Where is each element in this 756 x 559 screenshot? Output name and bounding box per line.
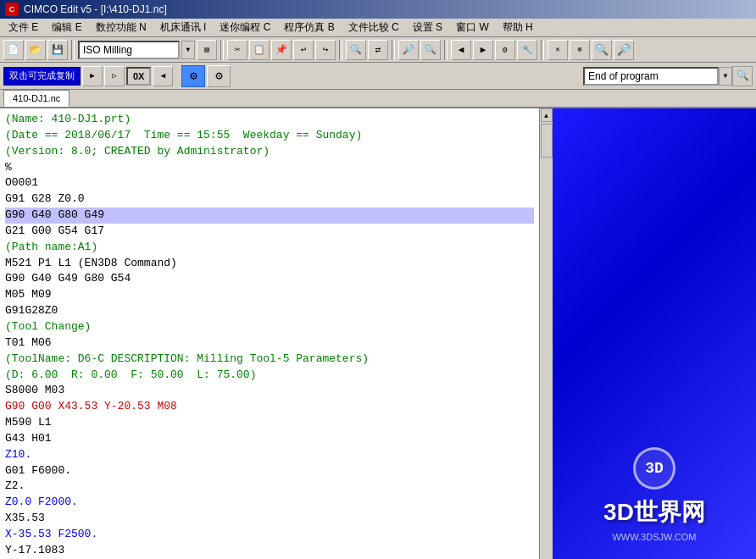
- tb-zoom2[interactable]: 🔎: [614, 40, 634, 60]
- tb-extra5[interactable]: ⊗: [570, 40, 590, 60]
- zoom-out-button[interactable]: 🔍: [420, 40, 441, 60]
- menu-edit[interactable]: 编辑 E: [45, 19, 88, 36]
- new-button[interactable]: 📄: [3, 40, 24, 60]
- watermark: 3D世界网 WWW.3DSJW.COM: [603, 496, 705, 542]
- code-line: (Name: 410-DJ1.prt): [5, 112, 534, 128]
- menu-help[interactable]: 帮助 H: [496, 19, 540, 36]
- code-line: G21 G00 G54 G17: [5, 224, 534, 240]
- separator2: [220, 40, 224, 60]
- cut-button[interactable]: ✂: [227, 40, 247, 60]
- code-line: (D: 6.00 R: 0.00 F: 50.00 L: 75.00): [5, 368, 534, 384]
- watermark-small: WWW.3DSJW.COM: [603, 532, 705, 542]
- app-icon: C: [5, 3, 19, 16]
- code-line: G01 F6000.: [5, 463, 534, 479]
- code-line: S8000 M03: [5, 383, 534, 399]
- separator4: [392, 40, 395, 60]
- separator5: [444, 40, 447, 60]
- watermark-big: 3D世界网: [603, 496, 705, 529]
- main-area: (Name: 410-DJ1.prt)(Date == 2018/06/17 T…: [0, 108, 756, 559]
- menu-sim[interactable]: 程序仿真 B: [277, 19, 341, 36]
- code-line: Z10.: [5, 447, 534, 463]
- code-line: M521 P1 L1 (EN3D8 Command): [5, 256, 534, 272]
- save-button[interactable]: 💾: [47, 40, 68, 60]
- code-line: Z2.: [5, 479, 534, 495]
- separator1: [71, 40, 75, 60]
- window-title: CIMCO Edit v5 - [I:\410-DJ1.nc]: [24, 3, 167, 15]
- tb-extra3[interactable]: 🔧: [517, 40, 537, 60]
- separator6: [541, 40, 544, 60]
- tb-extra4[interactable]: ✕: [548, 40, 568, 60]
- tb-extra2[interactable]: ⚙: [495, 40, 515, 60]
- menu-nc[interactable]: 数控功能 N: [89, 19, 153, 36]
- end-program-dropdown[interactable]: End of program: [583, 67, 719, 86]
- code-line: X35.53: [5, 511, 534, 527]
- tb2-btn3[interactable]: ◀: [153, 66, 173, 86]
- code-line: %: [5, 160, 534, 176]
- code-line: G91 G28 Z0.0: [5, 191, 534, 208]
- iso-milling-dropdown[interactable]: ISO Milling: [78, 41, 180, 59]
- open-button[interactable]: 📂: [25, 40, 46, 60]
- code-line: (Path name:A1): [5, 240, 534, 256]
- find-button[interactable]: 🔍: [346, 40, 366, 60]
- code-line: M05 M09: [5, 287, 534, 303]
- tb-search-big[interactable]: 🔍: [592, 40, 612, 60]
- code-line: T01 M06: [5, 335, 534, 351]
- title-bar: C CIMCO Edit v5 - [I:\410-DJ1.nc]: [0, 0, 756, 19]
- toolbar2-search[interactable]: 🔍: [732, 66, 753, 86]
- ox-button[interactable]: 0X: [126, 67, 151, 86]
- code-line: G90 G40 G49 G80 G54: [5, 271, 534, 287]
- copy-button[interactable]: 📋: [249, 40, 270, 60]
- end-program-arrow[interactable]: ▼: [719, 67, 732, 86]
- toolbar2: 双击可完成复制 ▶ ▷ 0X ◀ ⚙ ⚙ End of program ▼ 🔍: [0, 63, 756, 90]
- code-line: (Tool Change): [5, 319, 534, 335]
- tb-arrow-left[interactable]: ◀: [451, 40, 471, 60]
- code-line: G91G28Z0: [5, 303, 534, 319]
- code-line: G90 G40 G80 G49: [5, 208, 534, 224]
- code-line: (ToolName: D6-C DESCRIPTION: Milling Too…: [5, 351, 534, 368]
- tb-arrow-right[interactable]: ▶: [473, 40, 493, 60]
- right-panel: 3D 3D世界网 WWW.3DSJW.COM: [553, 108, 756, 559]
- highlight-button[interactable]: 双击可完成复制: [3, 67, 81, 86]
- menu-machine[interactable]: 机床通讯 I: [153, 19, 214, 36]
- separator3: [339, 40, 342, 60]
- code-line: Y-17.1083: [5, 543, 534, 559]
- code-line: Z0.0 F2000.: [5, 495, 534, 511]
- scrollbar[interactable]: ▲: [539, 108, 553, 559]
- code-line: G90 G00 X43.53 Y-20.53 M08: [5, 399, 534, 415]
- code-editor[interactable]: (Name: 410-DJ1.prt)(Date == 2018/06/17 T…: [0, 108, 539, 559]
- toolbar1: 📄 📂 💾 ISO Milling ▼ ▤ ✂ 📋 📌 ↩ ↪ 🔍 ⇄ 🔎 🔍 …: [0, 37, 756, 63]
- tab-file[interactable]: 410-DJ1.nc: [3, 90, 69, 107]
- tb2-btn2[interactable]: ▷: [104, 66, 125, 86]
- code-line: O0001: [5, 175, 534, 191]
- scroll-thumb[interactable]: [541, 124, 553, 158]
- menu-compare[interactable]: 文件比较 C: [342, 19, 406, 36]
- redo-button[interactable]: ↪: [315, 40, 336, 60]
- logo-circle: 3D: [633, 447, 675, 490]
- tb-btn-extra1[interactable]: ▤: [197, 40, 217, 60]
- sim-button[interactable]: ⚙: [181, 65, 205, 87]
- sim-button2[interactable]: ⚙: [207, 65, 231, 87]
- replace-button[interactable]: ⇄: [368, 40, 388, 60]
- code-line: M590 L1: [5, 415, 534, 431]
- scroll-up-button[interactable]: ▲: [541, 108, 553, 122]
- menu-file[interactable]: 文件 E: [2, 19, 45, 36]
- menu-settings[interactable]: 设置 S: [406, 19, 449, 36]
- undo-button[interactable]: ↩: [293, 40, 314, 60]
- iso-dropdown-arrow[interactable]: ▼: [181, 41, 195, 59]
- zoom-in-button[interactable]: 🔎: [398, 40, 419, 60]
- menu-bar: 文件 E 编辑 E 数控功能 N 机床通讯 I 迷你编程 C 程序仿真 B 文件…: [0, 19, 756, 37]
- tb2-btn1[interactable]: ▶: [82, 66, 103, 86]
- menu-window[interactable]: 窗口 W: [449, 19, 496, 36]
- paste-button[interactable]: 📌: [271, 40, 292, 60]
- code-line: (Version: 8.0; CREATED by Administrator): [5, 144, 534, 160]
- code-line: X-35.53 F2500.: [5, 527, 534, 543]
- code-line: (Date == 2018/06/17 Time == 15:55 Weekda…: [5, 128, 534, 144]
- tab-bar: 410-DJ1.nc: [0, 90, 756, 108]
- menu-mini[interactable]: 迷你编程 C: [213, 19, 277, 36]
- code-line: G43 H01: [5, 431, 534, 447]
